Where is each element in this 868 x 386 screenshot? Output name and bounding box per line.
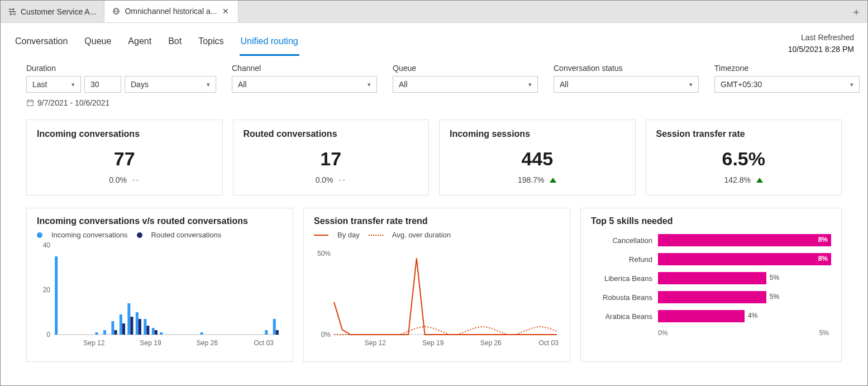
skill-row: Refund 8% bbox=[591, 250, 831, 269]
filter-status: Conversation status All ▾ bbox=[554, 64, 699, 93]
navtab-conversation[interactable]: Conversation bbox=[14, 31, 69, 56]
chevron-down-icon: ▾ bbox=[71, 81, 75, 88]
globe-icon bbox=[112, 7, 120, 15]
legend-dot-icon bbox=[137, 232, 142, 238]
kpi-incoming-sessions[interactable]: Incoming sessions 445 198.7% bbox=[439, 120, 636, 196]
svg-rect-32 bbox=[201, 332, 203, 335]
trend-flat-icon: -- bbox=[339, 175, 346, 184]
trend-up-icon bbox=[756, 178, 763, 183]
date-range-display: 9/7/2021 - 10/6/2021 bbox=[1, 93, 867, 107]
skill-label: Liberica Beans bbox=[591, 274, 652, 283]
svg-rect-30 bbox=[155, 330, 158, 335]
kpi-routed-conversations[interactable]: Routed conversations 17 0.0%-- bbox=[233, 120, 430, 196]
legend-dot-icon bbox=[37, 232, 42, 238]
bar-chart-svg: 02040Sep 12Sep 19Sep 26Oct 03 bbox=[37, 242, 283, 349]
chevron-down-icon: ▾ bbox=[368, 81, 371, 88]
svg-rect-8 bbox=[27, 101, 34, 106]
svg-rect-0 bbox=[9, 8, 12, 9]
kpi-session-transfer-rate[interactable]: Session transfer rate 6.5% 142.8% bbox=[646, 120, 842, 196]
skills-bar-list: Cancellation 8% Refund 8% Liberica Beans… bbox=[591, 231, 831, 326]
chart-legend: Incoming conversations Routed conversati… bbox=[37, 231, 283, 239]
skill-row: Arabica Beans 4% bbox=[591, 307, 831, 326]
close-icon[interactable]: ✕ bbox=[221, 7, 230, 16]
svg-rect-24 bbox=[130, 317, 133, 335]
duration-count-input[interactable]: 30 bbox=[84, 76, 121, 93]
skill-row: Liberica Beans 5% bbox=[591, 269, 831, 288]
filter-timezone: Timezone GMT+05:30 ▾ bbox=[714, 64, 860, 93]
skill-label: Refund bbox=[591, 255, 652, 264]
line-chart-svg: 0%50%Sep 12Sep 19Sep 26Oct 03 bbox=[314, 242, 560, 349]
charts-row: Incoming conversations v/s routed conver… bbox=[1, 196, 867, 362]
svg-point-3 bbox=[12, 8, 15, 10]
timezone-select[interactable]: GMT+05:30 ▾ bbox=[714, 76, 860, 93]
svg-text:0: 0 bbox=[46, 331, 50, 339]
svg-rect-17 bbox=[95, 332, 98, 335]
svg-rect-27 bbox=[144, 319, 146, 335]
svg-rect-19 bbox=[111, 321, 114, 335]
svg-text:Sep 12: Sep 12 bbox=[83, 339, 104, 347]
navtab-bot[interactable]: Bot bbox=[167, 31, 183, 56]
nav-row: Conversation Queue Agent Bot Topics Unif… bbox=[1, 23, 867, 56]
svg-rect-23 bbox=[127, 303, 130, 335]
skill-label: Robusta Beans bbox=[591, 293, 652, 302]
duration-mode-select[interactable]: Last ▾ bbox=[26, 76, 81, 93]
svg-text:Sep 12: Sep 12 bbox=[365, 339, 386, 347]
skill-bar-track: 8% bbox=[658, 253, 831, 265]
skill-bar-track: 4% bbox=[658, 310, 831, 322]
svg-rect-35 bbox=[276, 330, 279, 335]
duration-unit-select[interactable]: Days ▾ bbox=[125, 76, 216, 93]
channel-select[interactable]: All ▾ bbox=[232, 76, 377, 93]
svg-text:Sep 19: Sep 19 bbox=[140, 339, 161, 347]
status-select[interactable]: All ▾ bbox=[554, 76, 699, 93]
chart-incoming-vs-routed[interactable]: Incoming conversations v/s routed conver… bbox=[26, 208, 293, 362]
filter-queue: Queue All ▾ bbox=[393, 64, 538, 93]
svg-text:Oct 03: Oct 03 bbox=[254, 339, 274, 347]
navtab-topics[interactable]: Topics bbox=[197, 31, 225, 56]
chart-session-transfer-trend[interactable]: Session transfer rate trend By day Avg. … bbox=[303, 208, 570, 362]
svg-rect-33 bbox=[265, 330, 268, 335]
filter-label: Conversation status bbox=[554, 64, 699, 73]
date-range-text: 9/7/2021 - 10/6/2021 bbox=[37, 98, 109, 107]
kpi-incoming-conversations[interactable]: Incoming conversations 77 0.0%-- bbox=[26, 120, 223, 196]
svg-text:50%: 50% bbox=[317, 250, 331, 258]
filter-label: Duration bbox=[26, 64, 216, 73]
trend-up-icon bbox=[550, 178, 556, 183]
skill-label: Arabica Beans bbox=[591, 312, 652, 321]
legend-line-icon bbox=[314, 235, 328, 236]
svg-rect-1 bbox=[9, 11, 16, 12]
filter-channel: Channel All ▾ bbox=[232, 64, 377, 93]
last-refreshed-timestamp: 10/5/2021 8:28 PM bbox=[788, 44, 854, 55]
svg-text:Sep 26: Sep 26 bbox=[197, 339, 218, 347]
svg-text:Oct 03: Oct 03 bbox=[539, 339, 559, 347]
chevron-down-icon: ▾ bbox=[207, 81, 210, 88]
queue-select[interactable]: All ▾ bbox=[393, 76, 538, 93]
svg-text:Sep 26: Sep 26 bbox=[480, 339, 502, 347]
last-refreshed-label: Last Refreshed bbox=[788, 32, 854, 44]
svg-rect-21 bbox=[120, 314, 122, 335]
svg-rect-26 bbox=[139, 319, 141, 335]
svg-rect-2 bbox=[13, 13, 16, 15]
new-tab-button[interactable]: ＋ bbox=[845, 1, 867, 22]
skill-bar-track: 5% bbox=[658, 291, 831, 303]
navtab-unified-routing[interactable]: Unified routing bbox=[240, 31, 299, 56]
navtab-queue[interactable]: Queue bbox=[83, 31, 112, 56]
skill-label: Cancellation bbox=[591, 236, 652, 245]
tab-customer-service[interactable]: Customer Service A... bbox=[1, 1, 104, 22]
navtab-agent[interactable]: Agent bbox=[127, 31, 152, 56]
kpi-cards: Incoming conversations 77 0.0%-- Routed … bbox=[1, 107, 867, 196]
svg-rect-25 bbox=[136, 312, 139, 335]
svg-point-4 bbox=[10, 13, 12, 15]
chart-legend: By day Avg. over duration bbox=[314, 231, 560, 239]
svg-rect-18 bbox=[103, 330, 106, 335]
report-nav-tabs: Conversation Queue Agent Bot Topics Unif… bbox=[14, 31, 299, 56]
chevron-down-icon: ▾ bbox=[850, 81, 853, 88]
window-tabstrip: Customer Service A... Omnichannel histor… bbox=[1, 1, 867, 23]
calendar-icon bbox=[26, 99, 34, 107]
chart-top-skills[interactable]: Top 5 skills needed Cancellation 8% Refu… bbox=[580, 208, 842, 362]
tab-omnichannel[interactable]: Omnichannel historical a... ✕ bbox=[104, 1, 239, 22]
svg-text:Sep 19: Sep 19 bbox=[422, 339, 443, 347]
svg-rect-29 bbox=[152, 328, 155, 335]
skill-bar-track: 8% bbox=[658, 234, 831, 246]
settings-icon bbox=[8, 8, 16, 16]
chevron-down-icon: ▾ bbox=[689, 81, 693, 88]
